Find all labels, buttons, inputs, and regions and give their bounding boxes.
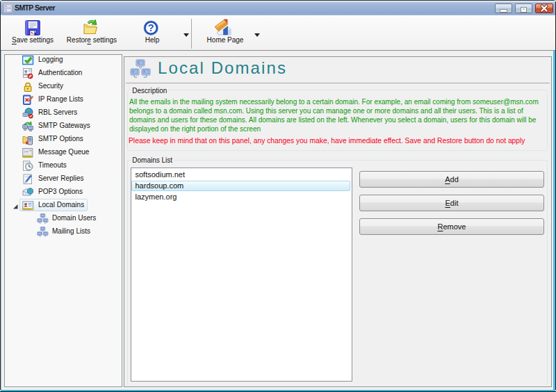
svg-text:?: ? xyxy=(148,22,154,33)
